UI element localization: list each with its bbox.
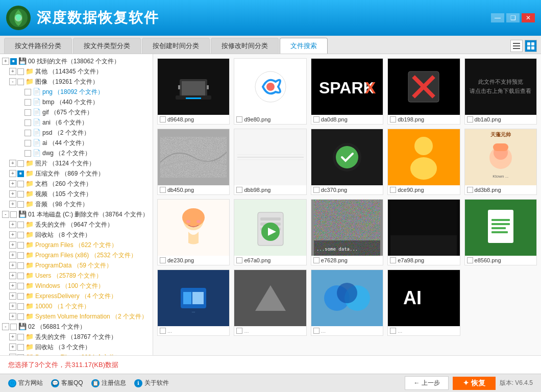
tree-item-bmp[interactable]: 📄 bmp （440 个文件） [0, 97, 153, 107]
expand-recycle2[interactable]: + [9, 344, 16, 351]
check-row4-3[interactable] [313, 328, 319, 334]
maximize-button[interactable]: ❑ [506, 13, 520, 22]
check-gif[interactable] [24, 109, 31, 116]
check-dce90[interactable] [390, 187, 396, 193]
check-recycle2[interactable] [17, 344, 24, 351]
tree-item-root1[interactable]: - 💾 01 本地磁盘 (C:) 删除文件（38764 个文件） [0, 209, 153, 219]
check-db450[interactable] [160, 187, 166, 193]
expand-pf2[interactable]: + [9, 354, 16, 355]
check-dd3b8[interactable] [467, 187, 473, 193]
expand-video[interactable]: + [9, 190, 16, 198]
tree-item-audio[interactable]: + 📁 音频 （98 个文件） [0, 199, 153, 209]
check-dc370[interactable] [313, 187, 319, 193]
grid-view-button[interactable] [525, 40, 537, 52]
tree-item-10000[interactable]: + 📁 10000 （1 个文件） [0, 301, 153, 311]
check-png[interactable] [24, 89, 31, 95]
check-users1[interactable] [17, 273, 24, 279]
tree-item-express[interactable]: + 📁 ExpressDelivery （4 个文件） [0, 291, 153, 301]
check-lost2[interactable] [17, 334, 24, 340]
expand-audio[interactable]: + [9, 201, 16, 208]
image-cell-db198[interactable]: db198.png [387, 58, 460, 125]
link-website[interactable]: 🌐 官方网站 [8, 379, 43, 387]
expand-root0[interactable]: + [2, 58, 9, 65]
link-register[interactable]: 📋 注册信息 [91, 379, 126, 387]
tab-modifytime[interactable]: 按修改时间分类 [211, 38, 279, 54]
tree-item-other[interactable]: + 📁 其他 （114345 个文件） [0, 66, 153, 77]
tree-item-gif[interactable]: 📄 gif （675 个文件） [0, 107, 153, 117]
expand-lost2[interactable]: + [9, 333, 16, 340]
tree-item-lost1[interactable]: + 📁 丢失的文件 （9647 个文件） [0, 219, 153, 230]
tree-item-zip[interactable]: + 📁 压缩文件 （869 个文件） [0, 168, 153, 179]
image-cell-d9e80[interactable]: d9e80.png [234, 58, 306, 125]
expand-lost1[interactable]: + [9, 221, 16, 228]
check-video[interactable] [17, 191, 24, 198]
check-e7628[interactable] [313, 257, 319, 263]
expand-zip[interactable]: + [9, 170, 16, 177]
tree-item-root2[interactable]: - 💾 02 （56881 个文件） [0, 322, 153, 332]
tree-item-windows1[interactable]: + 📁 Windows （100 个文件） [0, 281, 153, 291]
check-db198[interactable] [390, 116, 396, 122]
expand-pd1[interactable]: + [9, 262, 16, 269]
check-row4-4[interactable] [390, 328, 396, 334]
prev-button[interactable]: ← 上一步 [405, 376, 448, 390]
expand-image[interactable]: - [9, 78, 16, 85]
link-qq[interactable]: 💬 客服QQ [51, 379, 83, 387]
expand-windows1[interactable]: + [9, 282, 16, 289]
check-audio[interactable] [17, 201, 24, 208]
check-root0[interactable] [10, 58, 17, 65]
tree-item-doc[interactable]: + 📁 文档 （260 个文件） [0, 179, 153, 189]
tab-filepath[interactable]: 按文件路径分类 [4, 38, 72, 54]
check-bmp[interactable] [24, 99, 31, 106]
image-cell-e67a0[interactable]: e67a0.png [234, 199, 306, 265]
expand-express[interactable]: + [9, 292, 16, 300]
image-cell-row4-2[interactable]: ... [234, 270, 306, 336]
check-pf2[interactable] [17, 354, 24, 356]
check-db1a0[interactable] [467, 116, 473, 122]
image-cell-de230[interactable]: de230.png [157, 199, 230, 265]
image-cell-row4-3[interactable]: ... [311, 270, 383, 336]
tree-item-dwg[interactable]: 📄 dwg （2 个文件） [0, 148, 153, 158]
link-about[interactable]: ℹ 关于软件 [134, 379, 169, 387]
grid-panel[interactable]: d9648.png d9e80.png [153, 54, 541, 355]
expand-recycle1[interactable]: + [9, 231, 16, 238]
check-e67a0[interactable] [236, 257, 242, 263]
tree-item-pfx86-1[interactable]: + 📁 Program Files (x86) （2532 个文件） [0, 250, 153, 260]
minimize-button[interactable]: — [491, 13, 504, 22]
expand-10000[interactable]: + [9, 303, 16, 310]
image-cell-db450[interactable]: db450.png [157, 129, 230, 195]
expand-users1[interactable]: + [9, 272, 16, 279]
tree-item-png[interactable]: 📄 png （18092 个文件） [0, 87, 153, 97]
tab-filesearch[interactable]: 文件搜索 [280, 38, 328, 54]
tree-item-pd1[interactable]: + 📁 ProgramData （59 个文件） [0, 260, 153, 271]
tree-item-ai[interactable]: 📄 ai （44 个文件） [0, 138, 153, 148]
tree-item-users1[interactable]: + 📁 Users （25789 个文件） [0, 271, 153, 281]
tree-item-root0[interactable]: + 💾 00 找到的文件（138062 个文件） [0, 56, 153, 66]
expand-pfx86-1[interactable]: + [9, 252, 16, 259]
expand-root2[interactable]: - [2, 323, 9, 330]
check-express[interactable] [17, 293, 24, 300]
check-recycle1[interactable] [17, 232, 24, 238]
check-d9648[interactable] [160, 116, 166, 122]
check-e8560[interactable] [467, 257, 473, 263]
tree-item-svi[interactable]: + 📁 System Volume Information （2 个文件） [0, 311, 153, 322]
tree-item-psd[interactable]: 📄 psd （2 个文件） [0, 128, 153, 138]
image-cell-dce90[interactable]: dce90.png [387, 129, 460, 195]
check-dbb98[interactable] [236, 187, 242, 193]
check-ai[interactable] [24, 140, 31, 146]
check-de230[interactable] [160, 257, 166, 263]
check-e7a98[interactable] [390, 257, 396, 263]
check-da0d8[interactable] [313, 116, 319, 122]
check-photo[interactable] [17, 160, 24, 167]
check-root1[interactable] [10, 211, 17, 218]
check-root2[interactable] [10, 324, 17, 330]
expand-doc[interactable]: + [9, 180, 16, 187]
check-pd1[interactable] [17, 262, 24, 269]
expand-root1[interactable]: - [2, 211, 9, 218]
tree-item-recycle2[interactable]: + 📁 回收站 （3 个文件） [0, 342, 153, 352]
close-button[interactable]: ✕ [522, 13, 535, 22]
image-cell-e7a98[interactable]: e7a98.png [387, 199, 460, 265]
tree-item-pf1[interactable]: + 📁 Program Files （622 个文件） [0, 240, 153, 250]
image-cell-dc370[interactable]: dc370.png [311, 129, 383, 195]
image-cell-d9648[interactable]: d9648.png [157, 58, 230, 125]
check-psd[interactable] [24, 130, 31, 136]
